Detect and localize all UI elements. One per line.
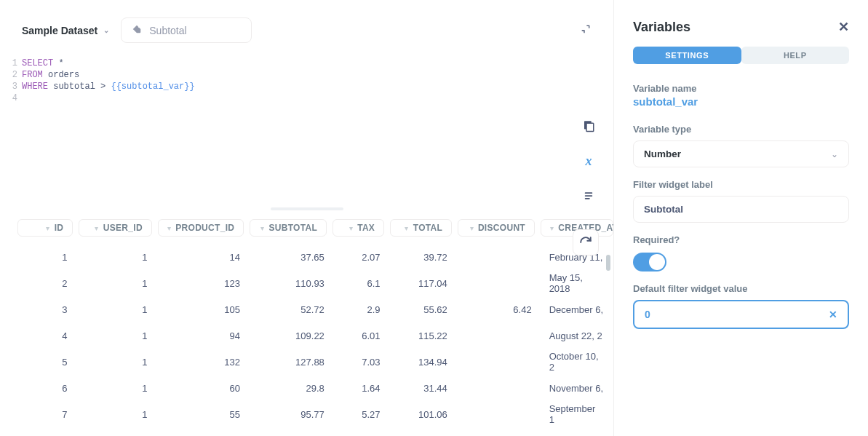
cell-total: 134.94	[391, 357, 458, 368]
clear-icon[interactable]: ✕	[829, 309, 837, 320]
cell-id: 4	[17, 330, 78, 341]
label-filter-widget-label: Filter widget label	[633, 179, 849, 190]
dataset-selector[interactable]: Sample Dataset ⌄	[22, 25, 109, 36]
run-query-button[interactable]	[573, 229, 599, 255]
table-row[interactable]: 111437.652.0739.72February 11,	[0, 244, 613, 270]
cell-subtotal: 109.22	[250, 330, 335, 341]
cell-product-id: 105	[157, 304, 250, 315]
section-required: Required?	[633, 234, 849, 271]
column-header-discount[interactable]: ▾DISCOUNT	[458, 219, 535, 237]
gutter-line: 4	[4, 92, 17, 104]
cell-product-id: 123	[157, 278, 250, 289]
filter-widget-label-input[interactable]: Subtotal	[633, 196, 849, 223]
cell-total: 115.22	[391, 330, 458, 341]
collapse-editor-icon[interactable]	[580, 23, 592, 38]
sort-icon: ▾	[95, 224, 98, 232]
cell-id: 5	[17, 357, 78, 368]
cell-user-id: 1	[78, 383, 158, 394]
tag-icon	[132, 24, 142, 36]
cell-id: 6	[17, 383, 78, 394]
section-default-value: Default filter widget value 0 ✕	[633, 283, 849, 329]
table-body: 111437.652.0739.72February 11,21123110.9…	[0, 244, 613, 427]
cell-product-id: 55	[157, 409, 250, 420]
snippets-icon[interactable]	[581, 189, 596, 203]
cell-subtotal: 29.8	[250, 383, 335, 394]
cell-product-id: 14	[157, 252, 250, 263]
dataset-name: Sample Dataset	[22, 25, 97, 36]
variable-type-value: Number	[644, 148, 681, 159]
main-area: Sample Dataset ⌄ Subtotal 1 2 3 4 SELECT…	[0, 0, 613, 436]
cell-tax: 2.9	[335, 304, 391, 315]
default-value-input[interactable]: 0 ✕	[633, 300, 849, 329]
scrollbar-thumb[interactable]	[606, 255, 610, 271]
close-icon[interactable]: ✕	[838, 19, 849, 35]
sort-icon: ▾	[260, 224, 264, 232]
resize-handle[interactable]	[0, 206, 613, 212]
toggle-knob	[649, 254, 665, 270]
label-default-value: Default filter widget value	[633, 283, 849, 294]
table-row[interactable]: 51132127.887.03134.94October 10, 2	[0, 349, 613, 375]
label-variable-name: Variable name	[633, 83, 849, 94]
data-reference-icon[interactable]	[581, 119, 596, 133]
column-header-id[interactable]: ▾ID	[17, 219, 73, 237]
cell-product-id: 94	[157, 330, 250, 341]
gutter-line: 3	[4, 81, 17, 92]
cell-id: 7	[17, 409, 78, 420]
cell-subtotal: 52.72	[250, 304, 335, 315]
table-row[interactable]: 616029.81.6431.44November 6,	[0, 375, 613, 401]
cell-total: 101.06	[391, 409, 458, 420]
required-toggle[interactable]	[633, 253, 666, 271]
table-header-row: ▾ID ▾USER_ID ▾PRODUCT_ID ▾SUBTOTAL ▾TAX …	[0, 212, 613, 244]
cell-user-id: 1	[78, 304, 158, 315]
gutter-line: 1	[4, 58, 17, 69]
svg-point-0	[138, 26, 140, 28]
default-value-text: 0	[645, 309, 650, 320]
sql-editor[interactable]: 1 2 3 4 SELECT * FROM orders WHERE subto…	[0, 53, 613, 206]
cell-total: 39.72	[391, 252, 458, 263]
table-row[interactable]: 715595.775.27101.06September 1	[0, 401, 613, 427]
cell-created-at: October 10, 2	[542, 351, 613, 373]
section-variable-name: Variable name subtotal_var	[633, 83, 849, 112]
filter-tag-widget[interactable]: Subtotal	[121, 17, 252, 43]
variables-icon[interactable]: x	[581, 154, 596, 168]
cell-tax: 5.27	[335, 409, 391, 420]
tab-settings[interactable]: SETTINGS	[633, 47, 741, 64]
svg-rect-5	[585, 198, 590, 199]
cell-tax: 6.1	[335, 278, 391, 289]
chevron-down-icon: ⌄	[831, 149, 838, 159]
editor-side-icons: x	[581, 119, 596, 203]
variable-type-select[interactable]: Number ⌄	[633, 140, 849, 167]
sort-icon: ▾	[550, 224, 554, 232]
section-filter-label: Filter widget label Subtotal	[633, 179, 849, 223]
column-header-subtotal[interactable]: ▾SUBTOTAL	[250, 219, 327, 237]
cell-tax: 2.07	[335, 252, 391, 263]
sort-icon: ▾	[405, 224, 408, 232]
cell-id: 3	[17, 304, 78, 315]
gutter-line: 2	[4, 69, 17, 81]
table-row[interactable]: 21123110.936.1117.04May 15, 2018	[0, 270, 613, 296]
cell-user-id: 1	[78, 409, 158, 420]
cell-user-id: 1	[78, 278, 158, 289]
cell-subtotal: 127.88	[250, 357, 335, 368]
cell-created-at: December 6,	[542, 304, 613, 315]
column-header-tax[interactable]: ▾TAX	[333, 219, 384, 237]
cell-subtotal: 110.93	[250, 278, 335, 289]
handle-bar	[271, 207, 343, 210]
cell-total: 117.04	[391, 278, 458, 289]
table-row[interactable]: 3110552.722.955.626.42December 6,	[0, 296, 613, 322]
cell-user-id: 1	[78, 357, 158, 368]
sort-icon: ▾	[349, 224, 353, 232]
cell-product-id: 132	[157, 357, 250, 368]
sort-icon: ▾	[46, 224, 49, 232]
cell-subtotal: 37.65	[250, 252, 335, 263]
tab-help[interactable]: HELP	[741, 47, 850, 64]
table-row[interactable]: 4194109.226.01115.22August 22, 2	[0, 322, 613, 349]
column-header-product-id[interactable]: ▾PRODUCT_ID	[158, 219, 244, 237]
svg-rect-4	[585, 195, 593, 197]
cell-user-id: 1	[78, 252, 158, 263]
variables-sidebar: Variables ✕ SETTINGS HELP Variable name …	[613, 0, 868, 436]
column-header-total[interactable]: ▾TOTAL	[390, 219, 452, 237]
section-variable-type: Variable type Number ⌄	[633, 124, 849, 167]
svg-rect-3	[585, 192, 593, 194]
column-header-user-id[interactable]: ▾USER_ID	[79, 219, 152, 237]
